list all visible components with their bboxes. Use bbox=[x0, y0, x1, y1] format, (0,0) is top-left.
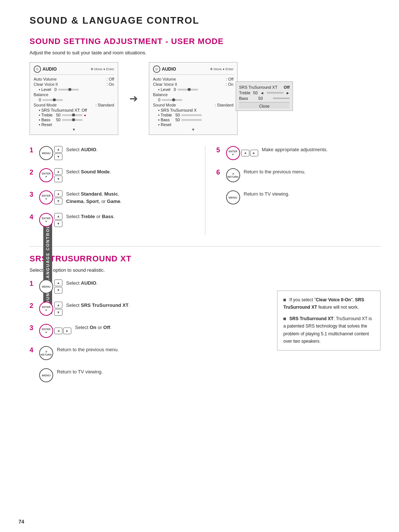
step4-text: Select Treble or Bass. bbox=[66, 213, 115, 220]
step1-arrow-buttons: ▲ ▼ bbox=[54, 146, 62, 160]
section1-title: SOUND SETTING ADJUSTMENT - USER MODE bbox=[30, 37, 381, 46]
up-arrow-3[interactable]: ▲ bbox=[54, 190, 62, 197]
step3-arrow-buttons: ▲ ▼ bbox=[54, 190, 62, 204]
srs-enter-button-2[interactable]: ENTER ● bbox=[39, 302, 53, 316]
srs-steps-wrapper: 1 MENU ▲ ▼ Select AUDIO. 2 bbox=[30, 279, 381, 390]
srs-step2-arrows: ▲ ▼ bbox=[54, 302, 62, 316]
audio-panel-right-wrapper: ⊙ AUDIO ❖ Move ● Enter Auto Volume: Off … bbox=[149, 62, 238, 135]
step-4: 4 ENTER ● ▲ ▼ Select Treble or Bass. bbox=[30, 213, 194, 227]
step4-arrow-buttons: ▲ ▼ bbox=[54, 213, 62, 227]
menu-buttons-r: MENU bbox=[226, 190, 240, 204]
srs-step-4: 4 ↺ RETURN Return to the previous menu. bbox=[30, 346, 262, 360]
right-arrow-5[interactable]: ► bbox=[250, 150, 258, 156]
step2-buttons: ENTER ● ▲ ▼ bbox=[39, 168, 62, 182]
step4-buttons: ENTER ● ▲ ▼ bbox=[39, 213, 62, 227]
step5-lr-buttons: ◄ ► bbox=[241, 150, 258, 156]
enter-button-4[interactable]: ENTER ● bbox=[39, 213, 53, 227]
info-item-1: If you select "Clear Voice II-On", SRS T… bbox=[283, 296, 374, 311]
info-item-2: SRS TruSurround XT: TruSurround XT is a … bbox=[283, 315, 374, 345]
steps-section1: 1 MENU ▲ ▼ Select AUDIO. 2 ENTER bbox=[30, 146, 381, 235]
up-arrow-2[interactable]: ▲ bbox=[54, 168, 62, 175]
audio-icon-right: ⊙ bbox=[153, 65, 160, 73]
down-arrow-2[interactable]: ▼ bbox=[54, 176, 62, 182]
srs-menu-button-1[interactable]: MENU bbox=[39, 279, 53, 294]
info-box: If you select "Clear Voice II-On", SRS T… bbox=[277, 291, 381, 350]
step6-buttons: ↺ RETURN bbox=[226, 168, 240, 182]
up-arrow-1[interactable]: ▲ bbox=[54, 146, 62, 153]
steps-divider bbox=[205, 146, 205, 235]
srs-step3-text: Select On or Off. bbox=[75, 324, 112, 331]
down-arrow-1[interactable]: ▼ bbox=[54, 153, 62, 160]
enter-button-5[interactable]: ENTER ● bbox=[226, 146, 240, 160]
diagram-row: ⊙ AUDIO ❖ Move ● Enter Auto Volume: Off … bbox=[30, 62, 381, 135]
step3-buttons: ENTER ● ▲ ▼ bbox=[39, 190, 62, 204]
srs-menu-step-text: Return to TV viewing. bbox=[57, 368, 103, 376]
srs-menu-buttons: MENU bbox=[39, 368, 53, 382]
section-divider bbox=[30, 246, 381, 247]
srs-step3-lr: ◄ ► bbox=[54, 328, 71, 334]
step5-buttons: ENTER ● ◄ ► bbox=[226, 146, 258, 160]
arrow-icon: ➜ bbox=[129, 92, 138, 105]
srs-step-menu: MENU Return to TV viewing. bbox=[30, 368, 262, 382]
srs-step2-buttons: ENTER ● ▲ ▼ bbox=[39, 302, 62, 316]
srs-title: SRS TRUSURROUND XT bbox=[30, 254, 381, 264]
srs-step4-text: Return to the previous menu. bbox=[57, 346, 119, 353]
step2-arrow-buttons: ▲ ▼ bbox=[54, 168, 62, 182]
down-arrow-4[interactable]: ▼ bbox=[54, 220, 62, 227]
srs-info-right: If you select "Clear Voice II-On", SRS T… bbox=[270, 279, 381, 390]
audio-panel-left: ⊙ AUDIO ❖ Move ● Enter Auto Volume: Off … bbox=[30, 62, 118, 135]
step-2: 2 ENTER ● ▲ ▼ Select Sound Mode. bbox=[30, 168, 194, 182]
srs-section: SRS TRUSURROUND XT Select this option to… bbox=[30, 254, 381, 390]
menu-step-text-r: Return to TV viewing. bbox=[244, 190, 290, 198]
step-menu-r: MENU Return to TV viewing. bbox=[216, 190, 381, 204]
srs-step2-text: Select SRS TruSurround XT. bbox=[66, 302, 130, 309]
srs-step1-arrows: ▲ ▼ bbox=[54, 279, 62, 294]
srs-steps-left: 1 MENU ▲ ▼ Select AUDIO. 2 bbox=[30, 279, 262, 390]
step-5: 5 ENTER ● ◄ ► Make appropriate adjustmen… bbox=[216, 146, 381, 160]
srs-subtitle: Select this option to sound realistic. bbox=[30, 267, 381, 273]
srs-down-2[interactable]: ▼ bbox=[54, 309, 62, 316]
step2-text: Select Sound Mode. bbox=[66, 168, 111, 176]
step5-text: Make appropriate adjustments. bbox=[262, 146, 328, 153]
section1-subtitle: Adjust the sound to suit your taste and … bbox=[30, 50, 381, 55]
srs-down-1[interactable]: ▼ bbox=[54, 287, 62, 294]
steps-left-col: 1 MENU ▲ ▼ Select AUDIO. 2 ENTER bbox=[30, 146, 194, 235]
enter-button-3[interactable]: ENTER ● bbox=[39, 190, 53, 204]
audio-panel-left-nav: ❖ Move ● Enter bbox=[91, 67, 114, 71]
srs-step-1: 1 MENU ▲ ▼ Select AUDIO. bbox=[30, 279, 262, 294]
srs-up-2[interactable]: ▲ bbox=[54, 302, 62, 308]
audio-icon-left: ⊙ bbox=[34, 65, 41, 73]
srs-return-button-4[interactable]: ↺ RETURN bbox=[39, 346, 53, 360]
srs-step1-buttons: MENU ▲ ▼ bbox=[39, 279, 62, 294]
step1-text: Select AUDIO. bbox=[66, 146, 98, 153]
page-number: 74 bbox=[18, 519, 24, 525]
audio-panel-left-title: AUDIO bbox=[42, 67, 57, 72]
srs-menu-button-final[interactable]: MENU bbox=[39, 368, 53, 382]
side-tab-label: SOUND & LANGUAGE CONTROL bbox=[43, 218, 52, 314]
srs-enter-button-3[interactable]: ENTER ● bbox=[39, 324, 53, 338]
page-title: SOUND & LANGUAGE CONTROL bbox=[30, 15, 381, 26]
step6-text: Return to the previous menu. bbox=[244, 168, 306, 176]
srs-right-3[interactable]: ► bbox=[63, 328, 71, 334]
up-arrow-4[interactable]: ▲ bbox=[54, 213, 62, 220]
overlay-close[interactable]: Close bbox=[239, 102, 290, 108]
srs-up-1[interactable]: ▲ bbox=[54, 279, 62, 286]
step-6: 6 ↺ RETURN Return to the previous menu. bbox=[216, 168, 381, 182]
return-button-6[interactable]: ↺ RETURN bbox=[226, 168, 240, 182]
steps-right-col: 5 ENTER ● ◄ ► Make appropriate adjustmen… bbox=[216, 146, 381, 235]
av-label-l: Auto Volume bbox=[34, 77, 57, 81]
left-arrow-5[interactable]: ◄ bbox=[241, 150, 249, 156]
down-arrow-3[interactable]: ▼ bbox=[54, 198, 62, 204]
srs-step3-buttons: ENTER ● ◄ ► bbox=[39, 324, 71, 338]
menu-button-1[interactable]: MENU bbox=[39, 146, 53, 160]
audio-panel-right: ⊙ AUDIO ❖ Move ● Enter Auto Volume: Off … bbox=[149, 62, 238, 135]
enter-button-2[interactable]: ENTER ● bbox=[39, 168, 53, 182]
step-1: 1 MENU ▲ ▼ Select AUDIO. bbox=[30, 146, 194, 160]
step-3: 3 ENTER ● ▲ ▼ Select Standard, Music,Cin… bbox=[30, 190, 194, 205]
srs-left-3[interactable]: ◄ bbox=[54, 328, 62, 334]
srs-step-2: 2 ENTER ● ▲ ▼ Select SRS TruSurround XT. bbox=[30, 302, 262, 316]
menu-button-r[interactable]: MENU bbox=[226, 190, 240, 204]
srs-step-3: 3 ENTER ● ◄ ► Select On or Off. bbox=[30, 324, 262, 338]
overlay-box: SRS TruSurround XT Off Treble 50 ◄ ► Bas… bbox=[236, 81, 293, 111]
srs-step1-text: Select AUDIO. bbox=[66, 279, 98, 287]
